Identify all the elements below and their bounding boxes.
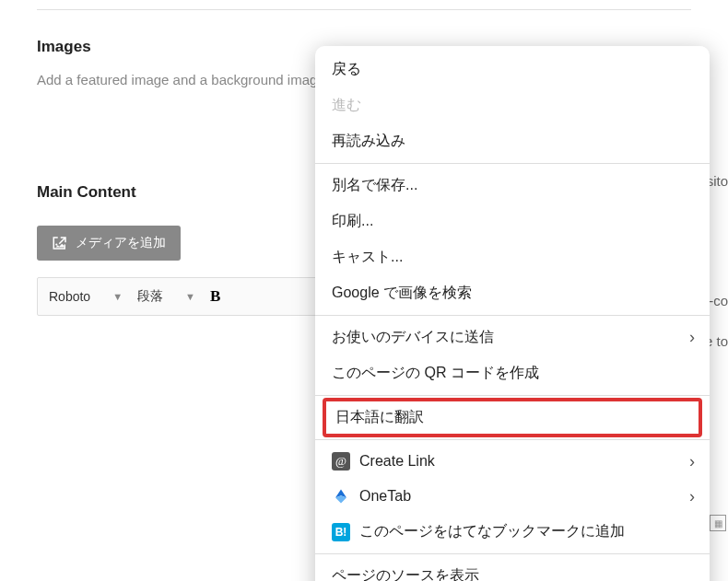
- add-media-button[interactable]: メディアを追加: [37, 226, 181, 261]
- cm-view-source[interactable]: ページのソースを表示: [315, 558, 710, 581]
- cm-save-as[interactable]: 別名で保存...: [315, 168, 710, 203]
- cm-separator: [315, 553, 710, 554]
- cm-send-to-device[interactable]: お使いのデバイスに送信 ›: [315, 320, 710, 355]
- cm-hatena-label: このページをはてなブックマークに追加: [359, 522, 625, 541]
- caret-down-icon: ▼: [185, 291, 195, 302]
- cm-separator: [315, 395, 710, 396]
- chevron-right-icon: ›: [689, 328, 695, 347]
- context-menu: 戻る 進む 再読み込み 別名で保存... 印刷... キャスト... Googl…: [315, 46, 710, 581]
- cm-separator: [315, 315, 710, 316]
- cm-back[interactable]: 戻る: [315, 52, 710, 87]
- cm-translate-jp[interactable]: 日本語に翻訳: [323, 398, 702, 437]
- add-media-label: メディアを追加: [76, 235, 166, 251]
- hatena-icon: B!: [332, 523, 350, 541]
- cm-create-link[interactable]: @ Create Link ›: [315, 444, 710, 479]
- cm-print[interactable]: 印刷...: [315, 203, 710, 239]
- chevron-right-icon: ›: [689, 452, 695, 471]
- cm-separator: [315, 439, 710, 440]
- onetab-icon: [332, 487, 350, 505]
- cm-cast[interactable]: キャスト...: [315, 239, 710, 275]
- cm-forward: 進む: [315, 87, 710, 123]
- cm-onetab-label: OneTab: [359, 488, 411, 505]
- media-icon: [52, 235, 68, 251]
- create-link-icon: @: [332, 452, 350, 471]
- cm-create-link-label: Create Link: [359, 453, 435, 470]
- font-family-select[interactable]: Roboto ▼: [49, 289, 123, 304]
- chevron-right-icon: ›: [689, 487, 695, 506]
- cm-onetab[interactable]: OneTab ›: [315, 479, 710, 514]
- caret-down-icon: ▼: [112, 291, 123, 302]
- cm-google-image-search[interactable]: Google で画像を検索: [315, 275, 710, 311]
- block-format-select[interactable]: 段落 ▼: [137, 288, 195, 305]
- toolbar-grid-icon[interactable]: ▦: [710, 515, 726, 531]
- section-divider: [37, 9, 691, 10]
- cm-reload[interactable]: 再読み込み: [315, 123, 710, 159]
- cm-separator: [315, 163, 710, 164]
- cm-send-to-device-label: お使いのデバイスに送信: [332, 328, 494, 347]
- svg-point-0: [55, 243, 57, 245]
- cm-hatena[interactable]: B! このページをはてなブックマークに追加: [315, 514, 710, 550]
- cm-create-qr[interactable]: このページの QR コードを作成: [315, 355, 710, 391]
- font-family-value: Roboto: [49, 289, 90, 304]
- block-format-value: 段落: [137, 288, 163, 305]
- bold-button[interactable]: B: [210, 287, 220, 306]
